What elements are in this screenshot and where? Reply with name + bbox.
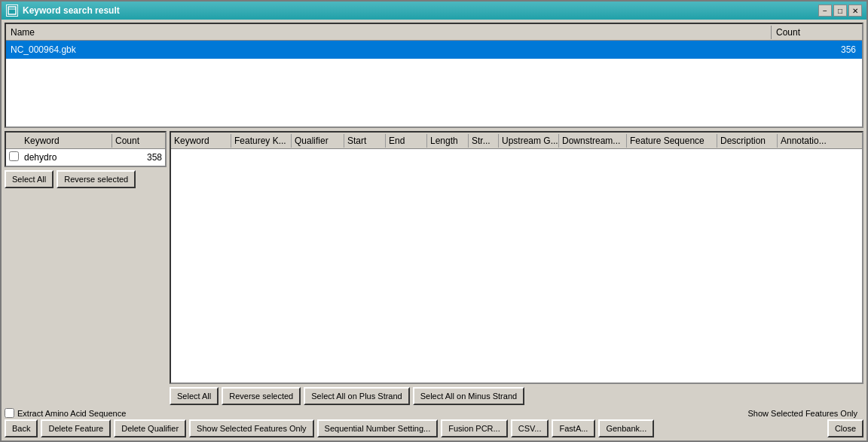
extract-amino-acid-checkbox[interactable]	[5, 408, 14, 418]
top-row-name: NC_000964.gbk	[6, 43, 772, 56]
main-panels: Keyword Count dehydro 358 S	[5, 131, 863, 405]
right-reverse-selected-button[interactable]: Reverse selected	[222, 387, 301, 405]
window-content: Name Count NC_000964.gbk 356 Keyword Cou…	[2, 20, 866, 440]
top-table-header: Name Count	[6, 24, 862, 41]
left-panel-row[interactable]: dehydro 358	[6, 149, 165, 166]
bottom-area: Keyword Count dehydro 358 S	[5, 131, 863, 437]
top-col-count-header: Count	[772, 26, 862, 39]
rph-qualifier: Qualifier	[292, 134, 344, 148]
rph-strand: Str...	[469, 134, 499, 148]
top-table-section: Name Count NC_000964.gbk 356	[5, 23, 863, 128]
fasta-button[interactable]: FastA...	[552, 419, 595, 437]
genbank-button[interactable]: Genbank...	[598, 419, 654, 437]
show-selected-features-label: Show Selected Features Only	[747, 409, 857, 418]
lph-keyword: Keyword	[21, 134, 112, 148]
keyword-checkbox[interactable]	[9, 151, 19, 161]
left-select-all-button[interactable]: Select All	[5, 170, 53, 188]
fusion-pcr-button[interactable]: Fusion PCR...	[441, 419, 507, 437]
rph-feature-seq: Feature Sequence	[627, 134, 717, 148]
rph-annotation: Annotatio...	[778, 134, 862, 148]
title-bar: Keyword search result − □ ✕	[2, 2, 866, 20]
left-full: Keyword Count dehydro 358 S	[5, 131, 167, 405]
top-col-name-header: Name	[6, 26, 772, 39]
right-btn-row1: Select All Reverse selected Select All o…	[170, 387, 863, 405]
rph-end: End	[386, 134, 427, 148]
window-title: Keyword search result	[23, 5, 818, 16]
right-select-all-button[interactable]: Select All	[170, 387, 219, 405]
keyword-value: dehydro	[21, 151, 112, 164]
extract-amino-acid-label: Extract Amino Acid Sequence	[17, 409, 126, 418]
window-icon	[6, 5, 18, 17]
top-table-row[interactable]: NC_000964.gbk 356	[6, 41, 862, 59]
right-panel-body[interactable]	[171, 149, 862, 383]
bottom-btn-row1: Extract Amino Acid Sequence Show Selecte…	[5, 408, 863, 418]
top-row-count: 356	[772, 43, 862, 56]
window-controls: − □ ✕	[818, 5, 862, 17]
close-window-button[interactable]: Close	[827, 419, 863, 437]
bottom-btn-row2: Back Delete Feature Delete Qualifier Sho…	[5, 419, 863, 437]
left-panel-header: Keyword Count	[6, 133, 165, 149]
svg-rect-0	[8, 7, 16, 14]
rph-description: Description	[717, 134, 778, 148]
delete-feature-button[interactable]: Delete Feature	[41, 419, 111, 437]
rph-keyword: Keyword	[171, 134, 231, 148]
left-reverse-selected-button[interactable]: Reverse selected	[57, 170, 136, 188]
lph-count: Count	[112, 134, 165, 148]
left-panel: Keyword Count dehydro 358	[5, 131, 167, 167]
left-btn-bar: Select All Reverse selected	[5, 170, 167, 188]
rph-start: Start	[344, 134, 386, 148]
minimize-button[interactable]: −	[818, 5, 832, 17]
keyword-checkbox-cell[interactable]	[6, 151, 21, 163]
csv-button[interactable]: CSV...	[511, 419, 549, 437]
close-button[interactable]: ✕	[848, 5, 862, 17]
maximize-button[interactable]: □	[833, 5, 847, 17]
delete-qualifier-button[interactable]: Delete Qualifier	[114, 419, 186, 437]
main-window: Keyword search result − □ ✕ Name Count N…	[0, 0, 868, 442]
select-minus-strand-button[interactable]: Select All on Minus Strand	[413, 387, 524, 405]
app-icon-svg	[8, 6, 17, 15]
back-button[interactable]: Back	[5, 419, 38, 437]
right-panel: Keyword Featurey K... Qualifier Start En…	[170, 131, 863, 384]
rph-featurey-k: Featurey K...	[231, 134, 292, 148]
rph-length: Length	[427, 134, 469, 148]
right-full: Keyword Featurey K... Qualifier Start En…	[170, 131, 863, 405]
show-selected-features-button[interactable]: Show Selected Features Only	[189, 419, 314, 437]
rph-upstream-g: Upstream G...	[499, 134, 559, 148]
right-panel-header: Keyword Featurey K... Qualifier Start En…	[171, 133, 862, 149]
keyword-count: 358	[112, 151, 165, 164]
select-plus-strand-button[interactable]: Select All on Plus Strand	[304, 387, 409, 405]
sequential-number-button[interactable]: Sequential Number Setting...	[317, 419, 439, 437]
rph-downstream: Downstream...	[559, 134, 627, 148]
extract-amino-acid-checkbox-label[interactable]: Extract Amino Acid Sequence	[5, 408, 126, 418]
